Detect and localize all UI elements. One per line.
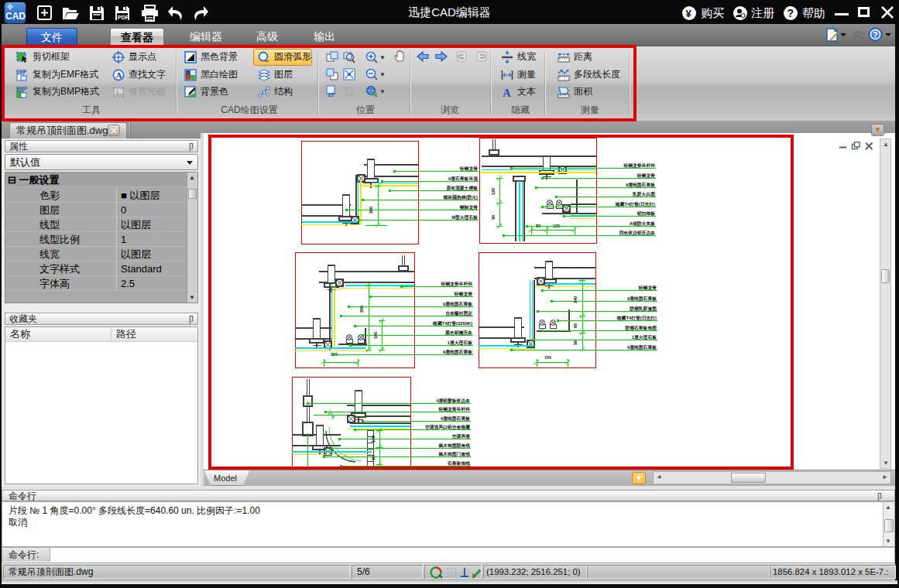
svg-text:?: ? — [873, 30, 878, 39]
svg-text:¥: ¥ — [686, 8, 692, 19]
svg-text:?: ? — [787, 7, 794, 19]
